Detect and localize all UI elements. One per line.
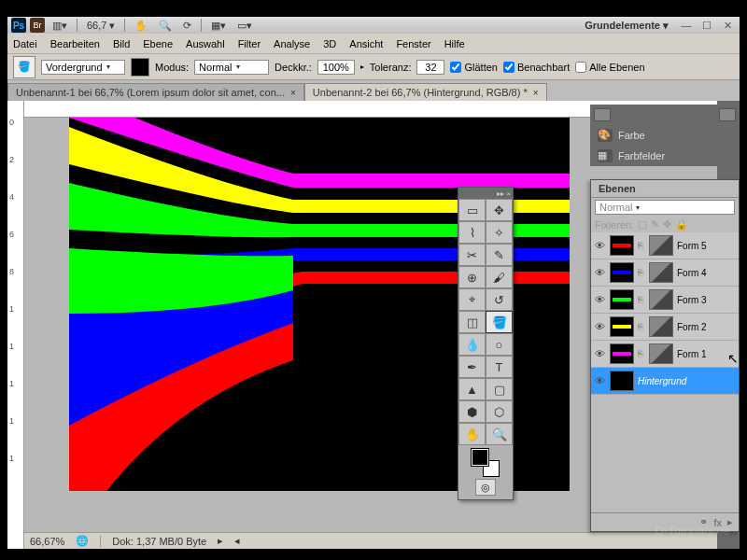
blur-tool-icon[interactable]: 💧: [458, 333, 486, 356]
chevron-right-icon[interactable]: ▸: [727, 516, 733, 528]
blend-mode-select[interactable]: Normal: [595, 200, 735, 215]
antialias-checkbox[interactable]: Glätten: [450, 62, 497, 73]
zoom-tool-icon[interactable]: 🔍: [155, 18, 176, 34]
bucket-tool-icon[interactable]: 🪣: [486, 311, 513, 333]
panel-icon[interactable]: [719, 108, 736, 121]
maximize-icon[interactable]: ☐: [700, 19, 713, 32]
foreground-color-swatch[interactable]: [472, 449, 488, 466]
ruler-vertical[interactable]: 0 2 4 6 8 1 1 1 1 1: [7, 101, 24, 549]
status-arrow-icon[interactable]: ▸: [218, 535, 223, 547]
shape-tool-icon[interactable]: ▢: [486, 378, 513, 400]
layer-row[interactable]: 👁⎘Form 3: [591, 287, 739, 314]
hand-tool-icon[interactable]: ✋: [131, 18, 151, 34]
stamp-tool-icon[interactable]: ⌖: [458, 288, 486, 311]
dodge-tool-icon[interactable]: ○: [486, 333, 513, 356]
menu-fenster[interactable]: Fenster: [396, 38, 430, 49]
layers-tab[interactable]: Ebenen: [591, 180, 739, 198]
arrange-menu-icon[interactable]: ▦▾: [207, 18, 230, 34]
brush-tool-icon[interactable]: 🖌: [486, 266, 513, 288]
lock-pixels-icon[interactable]: ▢: [638, 218, 647, 231]
eyedropper-tool-icon[interactable]: ✎: [486, 244, 513, 266]
menu-bild[interactable]: Bild: [113, 38, 130, 49]
move-tool-icon[interactable]: ✥: [486, 199, 513, 221]
layout-menu-icon[interactable]: ▥▾: [49, 18, 71, 34]
minimize-icon[interactable]: —: [680, 19, 693, 32]
menu-auswahl[interactable]: Auswahl: [186, 38, 225, 49]
link-layers-icon[interactable]: ⚭: [699, 516, 708, 528]
menu-ansicht[interactable]: Ansicht: [349, 38, 383, 49]
menu-3d[interactable]: 3D: [323, 38, 336, 49]
status-zoom[interactable]: 66,67%: [30, 536, 64, 547]
close-icon[interactable]: ✕: [721, 19, 734, 32]
hand-tool-icon[interactable]: ✋: [458, 423, 486, 445]
screen-mode-icon[interactable]: ▭▾: [233, 18, 256, 34]
visibility-icon[interactable]: 👁: [595, 375, 606, 386]
mask-thumb[interactable]: [649, 343, 673, 364]
link-icon[interactable]: ⎘: [638, 349, 645, 358]
lock-brush-icon[interactable]: ✎: [651, 218, 659, 231]
crop-tool-icon[interactable]: ✂: [458, 244, 486, 266]
3d-camera-icon[interactable]: ⬡: [486, 400, 513, 423]
mask-thumb[interactable]: [649, 316, 673, 337]
lock-move-icon[interactable]: ✥: [663, 218, 671, 231]
3d-tool-icon[interactable]: ⬢: [458, 400, 486, 423]
visibility-icon[interactable]: 👁: [595, 240, 606, 251]
bridge-icon[interactable]: Br: [30, 18, 45, 33]
ps-icon[interactable]: Ps: [11, 18, 26, 33]
pen-tool-icon[interactable]: ✒: [458, 356, 486, 378]
panel-icon[interactable]: [594, 108, 611, 121]
doc-tab-1[interactable]: Unbenannt-1 bei 66,7% (Lorem ipsum dolor…: [7, 83, 304, 101]
layer-row[interactable]: 👁⎘Form 5: [591, 232, 739, 259]
contiguous-checkbox[interactable]: Benachbart: [503, 62, 570, 73]
rotate-view-icon[interactable]: ⟳: [179, 18, 195, 34]
layer-row-background[interactable]: 👁Hintergrund: [591, 368, 739, 395]
menu-datei[interactable]: Datei: [13, 38, 37, 49]
tools-panel[interactable]: ▸▸× ▭ ✥ ⌇ ✧ ✂ ✎ ⊕ 🖌 ⌖ ↺ ◫ 🪣 💧 ○ ✒ T ▲ ▢ …: [458, 187, 514, 500]
layer-row[interactable]: 👁⎘Form 1: [591, 341, 739, 368]
farbfelder-panel-toggle[interactable]: ▦Farbfelder: [590, 146, 740, 166]
menu-hilfe[interactable]: Hilfe: [444, 38, 465, 49]
visibility-icon[interactable]: 👁: [595, 267, 606, 278]
pattern-swatch[interactable]: [131, 58, 149, 77]
menu-analyse[interactable]: Analyse: [274, 38, 310, 49]
close-icon[interactable]: ×: [506, 189, 511, 198]
menu-filter[interactable]: Filter: [238, 38, 261, 49]
path-select-icon[interactable]: ▲: [458, 378, 486, 400]
layer-row[interactable]: 👁⎘Form 4: [591, 259, 739, 287]
menu-bearbeiten[interactable]: Bearbeiten: [50, 38, 100, 49]
collapse-icon[interactable]: ▸▸: [497, 189, 504, 198]
tolerance-input[interactable]: 32: [416, 60, 444, 75]
close-icon[interactable]: ×: [533, 88, 539, 98]
fx-icon[interactable]: fx: [713, 517, 722, 528]
marquee-tool-icon[interactable]: ▭: [458, 199, 486, 221]
color-swatches[interactable]: [472, 449, 500, 477]
doc-tab-2[interactable]: Unbenannt-2 bei 66,7% (Hintergrund, RGB/…: [304, 83, 547, 101]
quickmask-icon[interactable]: ◎: [475, 479, 496, 496]
zoom-tool-icon[interactable]: 🔍: [486, 423, 513, 445]
type-tool-icon[interactable]: T: [486, 356, 513, 378]
visibility-icon[interactable]: 👁: [595, 294, 606, 305]
status-doc-size[interactable]: Dok: 1,37 MB/0 Byte: [112, 536, 206, 547]
eraser-tool-icon[interactable]: ◫: [458, 311, 486, 333]
visibility-icon[interactable]: 👁: [595, 348, 606, 359]
link-icon[interactable]: ⎘: [638, 241, 645, 250]
close-icon[interactable]: ×: [290, 88, 296, 98]
visibility-icon[interactable]: 👁: [595, 321, 606, 332]
lasso-tool-icon[interactable]: ⌇: [458, 221, 486, 244]
history-brush-icon[interactable]: ↺: [486, 288, 513, 311]
blend-mode-select[interactable]: Normal: [194, 60, 269, 75]
link-icon[interactable]: ⎘: [638, 268, 645, 277]
opacity-input[interactable]: 100%: [317, 60, 355, 75]
layer-row[interactable]: 👁⎘Form 2: [591, 314, 739, 341]
all-layers-checkbox[interactable]: Alle Ebenen: [575, 62, 644, 73]
wand-tool-icon[interactable]: ✧: [486, 221, 513, 244]
link-icon[interactable]: ⎘: [638, 322, 645, 331]
fill-source-select[interactable]: Vordergrund: [41, 60, 125, 75]
farbe-panel-toggle[interactable]: 🎨Farbe: [590, 125, 740, 146]
healing-tool-icon[interactable]: ⊕: [458, 266, 486, 288]
menu-ebene[interactable]: Ebene: [143, 38, 173, 49]
mask-thumb[interactable]: [649, 262, 673, 283]
mask-thumb[interactable]: [649, 235, 673, 256]
workspace-selector[interactable]: Grundelemente ▾: [579, 20, 674, 32]
layers-panel[interactable]: Ebenen Normal Fixieren:▢✎✥🔒 👁⎘Form 5 👁⎘F…: [590, 179, 740, 532]
